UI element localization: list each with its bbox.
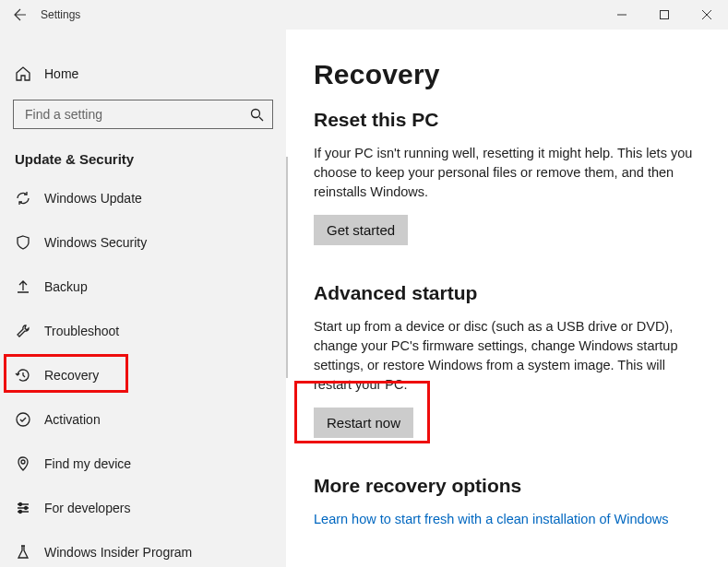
sync-icon <box>15 190 31 207</box>
svg-point-4 <box>19 503 22 506</box>
advanced-heading: Advanced startup <box>314 282 711 304</box>
nav-for-developers[interactable]: For developers <box>0 486 286 530</box>
search-box[interactable] <box>13 100 273 129</box>
svg-point-1 <box>251 109 259 117</box>
start-fresh-link[interactable]: Learn how to start fresh with a clean in… <box>314 510 706 529</box>
location-icon <box>15 455 31 472</box>
home-icon <box>15 65 31 82</box>
svg-point-5 <box>25 507 28 510</box>
home-label: Home <box>44 66 78 81</box>
search-input[interactable] <box>23 106 265 123</box>
close-button[interactable] <box>686 0 728 30</box>
nav-label: Troubleshoot <box>44 324 119 338</box>
backup-icon <box>15 278 31 295</box>
shield-icon <box>15 234 31 251</box>
minimize-button[interactable] <box>601 0 643 30</box>
svg-rect-0 <box>661 11 669 19</box>
nav-label: Windows Security <box>44 235 147 250</box>
advanced-body: Start up from a device or disc (such as … <box>314 317 706 395</box>
window-controls <box>601 0 728 30</box>
home-nav[interactable]: Home <box>0 53 286 94</box>
reset-heading: Reset this PC <box>314 109 711 131</box>
nav-windows-update[interactable]: Windows Update <box>0 176 286 220</box>
nav-activation[interactable]: Activation <box>0 397 286 442</box>
svg-point-3 <box>21 460 25 464</box>
reset-body: If your PC isn't running well, resetting… <box>314 144 706 202</box>
nav-label: Recovery <box>44 368 99 383</box>
section-heading: Update & Security <box>0 138 286 176</box>
restart-now-button[interactable]: Restart now <box>314 408 413 438</box>
main-panel: Recovery Reset this PC If your PC isn't … <box>286 30 728 567</box>
nav-label: Backup <box>44 279 88 294</box>
nav-label: Windows Insider Program <box>44 545 192 560</box>
svg-point-6 <box>19 511 22 514</box>
nav-troubleshoot[interactable]: Troubleshoot <box>0 309 286 353</box>
nav-find-my-device[interactable]: Find my device <box>0 442 286 486</box>
nav-label: Activation <box>44 412 101 427</box>
nav-recovery[interactable]: Recovery <box>0 353 286 397</box>
maximize-button[interactable] <box>643 0 686 30</box>
sidebar: Home Update & Security Windows Update Wi… <box>0 30 286 567</box>
wrench-icon <box>15 323 31 339</box>
nav-label: Find my device <box>44 456 131 471</box>
search-icon <box>248 106 265 123</box>
back-button[interactable] <box>0 0 41 30</box>
lab-icon <box>15 544 31 561</box>
titlebar: Settings <box>0 0 728 30</box>
page-title: Recovery <box>314 59 711 90</box>
window-title: Settings <box>41 8 80 21</box>
back-arrow-icon <box>13 7 28 22</box>
settings-toggle-icon <box>15 500 31 516</box>
scrollbar[interactable] <box>286 157 288 378</box>
svg-point-2 <box>17 413 30 426</box>
history-icon <box>15 367 31 384</box>
nav-windows-security[interactable]: Windows Security <box>0 220 286 265</box>
nav-label: For developers <box>44 501 130 515</box>
nav-windows-insider[interactable]: Windows Insider Program <box>0 530 286 567</box>
check-circle-icon <box>15 411 31 428</box>
get-started-button[interactable]: Get started <box>314 215 408 245</box>
more-heading: More recovery options <box>314 475 711 497</box>
nav-backup[interactable]: Backup <box>0 265 286 309</box>
nav-label: Windows Update <box>44 191 142 206</box>
nav-list: Windows Update Windows Security Backup T… <box>0 176 286 567</box>
